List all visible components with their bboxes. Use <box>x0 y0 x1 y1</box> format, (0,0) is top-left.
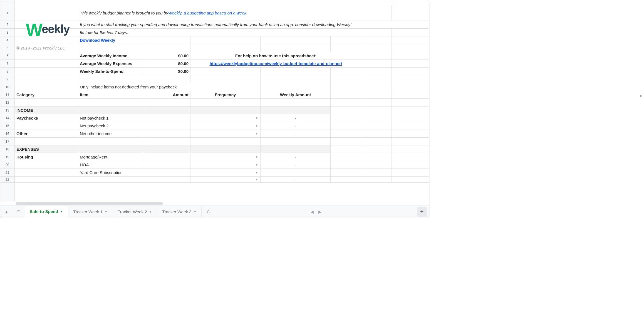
cell[interactable] <box>361 75 392 83</box>
row-header[interactable]: 4 <box>0 36 14 44</box>
tab-tracker-week-3[interactable]: Tracker Week 3▼ <box>157 206 202 218</box>
category-cell[interactable] <box>15 161 78 169</box>
all-sheets-button[interactable] <box>13 206 25 218</box>
category-cell[interactable] <box>15 177 78 182</box>
cell[interactable] <box>392 138 429 145</box>
cell[interactable] <box>15 83 78 91</box>
row-header[interactable]: 3 <box>0 29 14 36</box>
cell[interactable] <box>190 145 261 153</box>
cell[interactable] <box>331 5 361 21</box>
tab-safe-to-spend[interactable]: Safe-to-Spend▼ <box>25 206 68 218</box>
cell[interactable] <box>361 153 392 161</box>
cell[interactable] <box>331 169 361 176</box>
chevron-down-icon[interactable]: ▼ <box>149 210 152 213</box>
cell[interactable] <box>15 68 78 75</box>
cell[interactable] <box>331 122 361 130</box>
chevron-down-icon[interactable]: ▼ <box>60 210 63 213</box>
cell[interactable] <box>392 44 429 52</box>
cell[interactable] <box>361 130 392 137</box>
amount-cell[interactable] <box>144 114 190 122</box>
cell[interactable] <box>78 44 144 52</box>
cell[interactable] <box>190 99 261 106</box>
horizontal-scrollbar[interactable] <box>0 202 429 205</box>
cell[interactable] <box>15 36 78 44</box>
cell[interactable] <box>144 36 190 44</box>
cell[interactable] <box>392 161 429 169</box>
row-header[interactable]: 9 <box>0 75 14 83</box>
row-header[interactable]: 7 <box>0 60 14 68</box>
cell[interactable] <box>15 29 78 36</box>
cell[interactable] <box>190 75 261 83</box>
chevron-down-icon[interactable]: ▼ <box>105 210 108 213</box>
row-header[interactable]: 1 <box>0 5 14 21</box>
cell[interactable] <box>331 138 361 145</box>
cell[interactable] <box>361 161 392 169</box>
row-header[interactable]: 17 <box>0 138 14 145</box>
cell[interactable] <box>15 138 78 145</box>
cell[interactable] <box>361 29 392 36</box>
cell[interactable] <box>331 153 361 161</box>
cell[interactable] <box>15 60 78 67</box>
row-header[interactable]: 13 <box>0 106 14 114</box>
frequency-dropdown[interactable]: ▼ <box>190 169 261 176</box>
cell[interactable] <box>361 177 392 182</box>
cell[interactable] <box>361 145 392 153</box>
row-header[interactable]: 8 <box>0 68 14 75</box>
frequency-dropdown[interactable]: ▼ <box>190 114 261 122</box>
cell[interactable] <box>361 169 392 176</box>
cell[interactable] <box>392 91 429 98</box>
cell[interactable] <box>144 99 190 106</box>
amount-cell[interactable] <box>144 122 190 130</box>
cell[interactable] <box>392 114 429 122</box>
cell[interactable] <box>361 68 392 75</box>
cell[interactable] <box>78 138 144 145</box>
cell[interactable] <box>261 36 331 44</box>
cell[interactable] <box>331 75 361 83</box>
cell[interactable] <box>361 99 392 106</box>
category-cell[interactable] <box>15 122 78 130</box>
cell[interactable] <box>392 145 429 153</box>
cell[interactable] <box>261 75 331 83</box>
frequency-dropdown[interactable]: ▼ <box>190 122 261 130</box>
row-header[interactable]: 14 <box>0 114 14 122</box>
amount-cell[interactable] <box>144 161 190 169</box>
cell[interactable] <box>361 114 392 122</box>
item-cell[interactable]: Net paycheck 2 <box>78 122 144 130</box>
row-header[interactable]: 22 <box>0 177 14 183</box>
row-header[interactable]: 11 <box>0 91 14 99</box>
amount-cell[interactable] <box>144 169 190 176</box>
cell[interactable] <box>331 161 361 169</box>
category-cell[interactable]: Housing <box>15 153 78 161</box>
amount-cell[interactable] <box>144 153 190 161</box>
row-header[interactable]: 2 <box>0 21 14 29</box>
tab-tracker-week-1[interactable]: Tracker Week 1▼ <box>68 206 113 218</box>
cell[interactable] <box>361 36 392 44</box>
weekly-app-link[interactable]: Weekly, a budgeting app based on a week <box>168 11 246 15</box>
cell[interactable] <box>361 83 392 91</box>
cell[interactable] <box>331 44 361 52</box>
cell[interactable] <box>361 106 392 114</box>
row-header[interactable]: 18 <box>0 145 14 153</box>
cell[interactable] <box>331 106 361 114</box>
category-cell[interactable]: Other <box>15 130 78 137</box>
cell[interactable] <box>261 68 331 75</box>
cell[interactable] <box>261 138 331 145</box>
download-weekly-link[interactable]: Download Weekly <box>80 38 115 43</box>
cell[interactable] <box>261 145 331 153</box>
select-all-corner[interactable] <box>0 0 15 5</box>
download-weekly-link[interactable]: Download Weekly <box>78 36 144 44</box>
cell[interactable] <box>392 5 429 21</box>
cell[interactable] <box>392 169 429 176</box>
category-cell[interactable] <box>15 169 78 176</box>
row-header[interactable]: 15 <box>0 122 14 130</box>
row-header[interactable]: 6 <box>0 52 14 60</box>
item-cell[interactable]: HOA <box>78 161 144 169</box>
cell[interactable] <box>15 52 78 60</box>
cell[interactable] <box>331 68 361 75</box>
tab-scroll-right[interactable]: ▶ <box>317 210 323 214</box>
cell[interactable] <box>392 130 429 137</box>
frequency-dropdown[interactable]: ▼ <box>190 177 261 182</box>
frequency-dropdown[interactable]: ▼ <box>190 130 261 137</box>
add-sheet-button[interactable]: ＋ <box>0 206 13 218</box>
cell[interactable] <box>15 75 78 83</box>
